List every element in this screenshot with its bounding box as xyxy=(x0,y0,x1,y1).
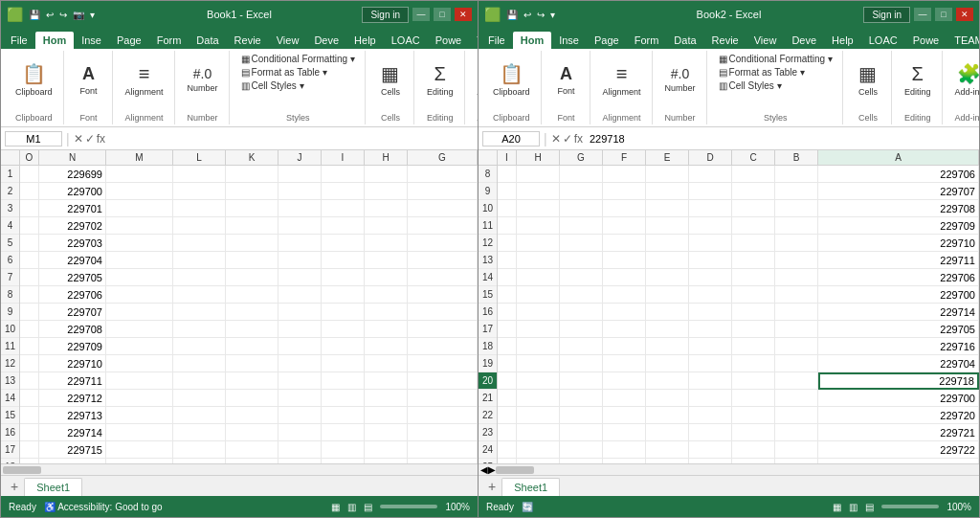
conditional-format-btn-left[interactable]: ▦ Conditional Formatting ▾ xyxy=(237,53,359,65)
cell[interactable] xyxy=(278,183,322,200)
cell[interactable] xyxy=(20,200,39,217)
cell[interactable] xyxy=(173,183,226,200)
cell[interactable] xyxy=(226,390,278,407)
cell[interactable] xyxy=(775,372,818,390)
cell[interactable] xyxy=(20,338,39,355)
cell[interactable]: 229706 xyxy=(39,286,106,304)
cell[interactable] xyxy=(365,235,408,252)
tab-loac-right[interactable]: LOAC xyxy=(861,32,905,49)
cell[interactable] xyxy=(603,304,646,321)
format-table-btn-right[interactable]: ▤ Format as Table ▾ xyxy=(715,66,836,79)
cell[interactable] xyxy=(603,286,646,304)
cell[interactable] xyxy=(20,269,39,286)
cell[interactable] xyxy=(775,235,818,252)
cell[interactable] xyxy=(278,269,322,286)
screenshot-btn[interactable]: 📷 xyxy=(71,9,86,21)
cell[interactable] xyxy=(732,424,775,441)
row-header-right-8[interactable]: 8 xyxy=(479,166,497,183)
view-normal-btn-right[interactable]: ▦ xyxy=(833,502,841,512)
cell[interactable] xyxy=(498,183,517,200)
cell[interactable] xyxy=(775,217,818,235)
cell[interactable] xyxy=(408,183,478,200)
cell[interactable] xyxy=(173,441,226,459)
align-btn-left[interactable]: ≡ Alignment xyxy=(121,53,168,106)
new-sheet-btn-right[interactable]: + xyxy=(482,477,501,496)
cell[interactable] xyxy=(173,390,226,407)
cell[interactable] xyxy=(517,372,560,390)
cell[interactable]: 229704 xyxy=(39,252,106,269)
cell[interactable] xyxy=(603,372,646,390)
cell[interactable] xyxy=(226,407,278,424)
view-layout-btn-left[interactable]: ▥ xyxy=(347,502,356,512)
cell[interactable] xyxy=(106,321,173,338)
cell[interactable] xyxy=(322,321,365,338)
tab-team-left[interactable]: TEAM xyxy=(469,32,479,49)
left-scrollbar-h[interactable] xyxy=(1,463,478,475)
cell[interactable] xyxy=(775,355,818,372)
cell[interactable] xyxy=(498,235,517,252)
confirm-formula-btn-right[interactable]: ✓ xyxy=(563,132,572,146)
formula-input-right[interactable] xyxy=(587,132,975,146)
tab-form-right[interactable]: Form xyxy=(627,32,667,49)
col-header-right-F[interactable]: F xyxy=(603,150,646,165)
cell[interactable] xyxy=(775,304,818,321)
row-header-left-13[interactable]: 13 xyxy=(1,372,19,390)
cell[interactable] xyxy=(106,407,173,424)
cell[interactable] xyxy=(775,286,818,304)
cell[interactable] xyxy=(322,200,365,217)
cell[interactable] xyxy=(646,304,689,321)
tab-powe-left[interactable]: Powe xyxy=(428,32,470,49)
cell[interactable] xyxy=(226,183,278,200)
cell[interactable] xyxy=(365,200,408,217)
cell[interactable] xyxy=(689,441,732,459)
cell[interactable] xyxy=(603,338,646,355)
cell[interactable] xyxy=(322,183,365,200)
cell[interactable] xyxy=(517,390,560,407)
cell[interactable] xyxy=(226,200,278,217)
cancel-formula-btn-right[interactable]: ✕ xyxy=(551,132,561,146)
addins-btn-right[interactable]: 🧩 Add-ins xyxy=(950,53,981,106)
cell[interactable] xyxy=(689,390,732,407)
cell[interactable] xyxy=(173,286,226,304)
cell[interactable] xyxy=(498,321,517,338)
cell[interactable] xyxy=(603,321,646,338)
cell[interactable] xyxy=(732,217,775,235)
cell[interactable] xyxy=(560,407,603,424)
cell[interactable] xyxy=(560,183,603,200)
cell[interactable]: 229722 xyxy=(818,441,979,459)
qa-dropdown-btn[interactable]: ▾ xyxy=(88,9,97,21)
cell[interactable] xyxy=(226,286,278,304)
cell[interactable]: 229705 xyxy=(39,269,106,286)
cell[interactable] xyxy=(560,321,603,338)
cell[interactable] xyxy=(775,424,818,441)
cell[interactable]: 229700 xyxy=(818,390,979,407)
tab-review-right[interactable]: Revie xyxy=(704,32,746,49)
cell[interactable] xyxy=(646,235,689,252)
cell[interactable] xyxy=(278,355,322,372)
tab-page-left[interactable]: Page xyxy=(109,32,149,49)
cell[interactable]: 229702 xyxy=(39,217,106,235)
cell[interactable]: 229720 xyxy=(818,407,979,424)
cell[interactable] xyxy=(408,166,478,183)
cell[interactable]: 229707 xyxy=(818,183,979,200)
cell[interactable]: 229703 xyxy=(39,235,106,252)
cell[interactable] xyxy=(106,424,173,441)
save-quick-btn[interactable]: 💾 xyxy=(27,9,42,21)
col-header-left-5[interactable]: J xyxy=(278,150,322,165)
row-header-left-11[interactable]: 11 xyxy=(1,338,19,355)
cell[interactable] xyxy=(498,217,517,235)
cell[interactable] xyxy=(278,407,322,424)
cell[interactable] xyxy=(775,183,818,200)
cells-btn-right[interactable]: ▦ Cells xyxy=(851,53,885,106)
cell[interactable] xyxy=(408,372,478,390)
cell[interactable] xyxy=(278,321,322,338)
tab-team-right[interactable]: TEAM xyxy=(947,32,980,49)
cell[interactable] xyxy=(517,304,560,321)
cell[interactable] xyxy=(408,321,478,338)
cell[interactable] xyxy=(173,304,226,321)
cell[interactable] xyxy=(603,269,646,286)
cell[interactable] xyxy=(408,217,478,235)
cell[interactable] xyxy=(226,441,278,459)
row-header-right-10[interactable]: 10 xyxy=(479,200,497,217)
cell[interactable] xyxy=(365,424,408,441)
